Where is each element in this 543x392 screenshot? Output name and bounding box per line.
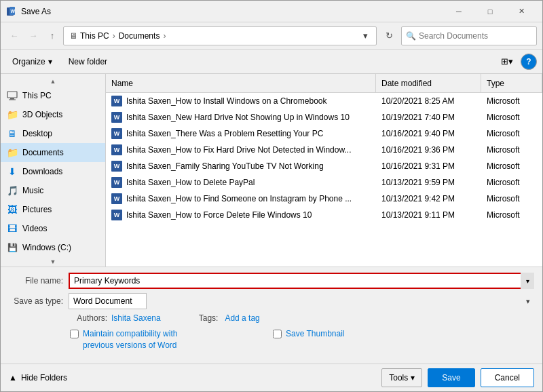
toolbar: Organize ▾ New folder ⊞ ▾ ? — [1, 50, 542, 74]
main-content: ▲ This PC 📁 3D Objects — [1, 74, 542, 267]
table-row[interactable]: W Ishita Saxen_Family Sharing YouTube TV… — [106, 158, 542, 174]
column-header-name[interactable]: Name — [106, 74, 376, 92]
file-cell-name-5: W Ishita Saxen_How to Delete PayPal — [106, 174, 376, 190]
meta-row: Authors: Ishita Saxena Tags: Add a tag — [9, 313, 534, 323]
filename-input[interactable] — [69, 273, 534, 289]
sidebar-item-documents[interactable]: 📁 Documents — [1, 143, 105, 162]
table-row[interactable]: W Ishita Saxen_How to Force Delete File … — [106, 207, 542, 223]
close-button[interactable]: ✕ — [506, 1, 537, 22]
save-thumbnail-checkbox[interactable] — [273, 330, 282, 338]
sidebar-item-videos[interactable]: 🎞 Videos — [1, 219, 105, 238]
file-cell-date-3: 10/16/2021 9:36 PM — [376, 142, 481, 157]
svg-rect-4 — [10, 98, 14, 100]
organize-button[interactable]: Organize ▾ — [6, 53, 58, 71]
sidebar: ▲ This PC 📁 3D Objects — [1, 74, 106, 267]
table-row[interactable]: W Ishita Saxen_How to Find Someone on In… — [106, 191, 542, 207]
sidebar-label-windows-c: Windows (C:) — [22, 243, 71, 252]
sidebar-scroll-up[interactable]: ▲ — [1, 77, 105, 86]
tools-button[interactable]: Tools ▾ — [381, 368, 422, 387]
file-cell-name-6: W Ishita Saxen_How to Find Someone on In… — [106, 191, 376, 206]
forward-button[interactable]: → — [25, 28, 41, 44]
table-row[interactable]: W Ishita Saxen_How to Install Windows on… — [106, 93, 542, 109]
sidebar-item-3d-objects[interactable]: 📁 3D Objects — [1, 105, 105, 124]
file-cell-name-0: W Ishita Saxen_How to Install Windows on… — [106, 93, 376, 109]
filename-input-wrapper: ▾ — [69, 273, 534, 289]
savetype-row: Save as type: Word Document — [9, 293, 534, 309]
sidebar-label-documents: Documents — [22, 148, 64, 157]
up-button[interactable]: ↑ — [44, 28, 60, 44]
file-cell-name-2: W Ishita Saxen_There Was a Problem Reset… — [106, 125, 376, 141]
file-cell-date-5: 10/13/2021 9:59 PM — [376, 174, 481, 190]
authors-value[interactable]: Ishita Saxena — [111, 313, 161, 323]
sidebar-scroll-down[interactable]: ▼ — [1, 257, 105, 267]
savetype-select-wrapper: Word Document — [69, 293, 534, 309]
sidebar-item-desktop[interactable]: 🖥 Desktop — [1, 124, 105, 143]
save-button[interactable]: Save — [428, 368, 474, 387]
desktop-icon: 🖥 — [6, 128, 18, 140]
table-row[interactable]: W Ishita Saxen_How to Fix Hard Drive Not… — [106, 142, 542, 158]
sidebar-item-music[interactable]: 🎵 Music — [1, 181, 105, 200]
search-input[interactable] — [419, 31, 532, 41]
new-folder-label: New folder — [69, 57, 107, 66]
sidebar-label-3d-objects: 3D Objects — [22, 110, 62, 119]
cancel-button[interactable]: Cancel — [481, 368, 534, 387]
sidebar-item-pictures[interactable]: 🖼 Pictures — [1, 200, 105, 219]
file-list-body: W Ishita Saxen_How to Install Windows on… — [106, 93, 542, 267]
column-header-type[interactable]: Type — [481, 74, 542, 92]
filename-row: File name: ▾ — [9, 273, 534, 289]
authors-group: Authors: Ishita Saxena — [70, 313, 161, 323]
view-button[interactable]: ⊞ ▾ — [498, 53, 517, 71]
view-icon: ⊞ — [501, 56, 508, 66]
sidebar-item-windows-c[interactable]: 💾 Windows (C:) — [1, 238, 105, 257]
table-row[interactable]: W Ishita Saxen_How to Delete PayPal 10/1… — [106, 174, 542, 191]
help-button[interactable]: ? — [521, 54, 537, 70]
address-dropdown-button[interactable]: ▾ — [360, 26, 371, 45]
back-button[interactable]: ← — [6, 28, 22, 44]
file-cell-date-7: 10/13/2021 9:11 PM — [376, 207, 481, 222]
file-cell-type-6: Microsoft — [481, 191, 542, 206]
sidebar-label-downloads: Downloads — [22, 167, 62, 176]
maintain-compat-checkbox[interactable] — [70, 330, 79, 338]
address-bar[interactable]: 🖥 Name This PC › Documents › ▾ — [63, 26, 377, 45]
hide-folders-button[interactable]: ▲ Hide Folders — [9, 373, 67, 383]
table-row[interactable]: W Ishita Saxen_There Was a Problem Reset… — [106, 125, 542, 142]
authors-label: Authors: — [70, 313, 107, 323]
word-doc-icon: W — [111, 144, 122, 155]
word-doc-icon: W — [111, 161, 122, 172]
search-box[interactable]: 🔍 — [401, 26, 537, 45]
tags-value[interactable]: Add a tag — [225, 313, 259, 323]
tools-label: Tools — [389, 373, 408, 383]
savetype-select[interactable]: Word Document — [69, 293, 147, 309]
sidebar-item-this-pc[interactable]: This PC — [1, 86, 105, 105]
savetype-label: Save as type: — [9, 296, 63, 306]
save-thumbnail-label[interactable]: Save Thumbnail — [286, 328, 345, 340]
windows-c-icon: 💾 — [6, 241, 18, 254]
word-doc-icon: W — [111, 210, 122, 220]
file-cell-name-3: W Ishita Saxen_How to Fix Hard Drive Not… — [106, 142, 376, 157]
save-as-dialog: W Save As ─ □ ✕ ← → ↑ 🖥 Name This PC › D… — [0, 0, 543, 392]
pictures-icon: 🖼 — [6, 203, 18, 216]
music-icon: 🎵 — [6, 184, 18, 197]
form-area: File name: ▾ Save as type: Word Document… — [1, 267, 542, 364]
file-list-header: Name Date modified Type — [106, 74, 542, 93]
dialog-icon: W — [6, 6, 17, 17]
path-chevron-1: › — [113, 31, 115, 41]
maximize-button[interactable]: □ — [474, 1, 506, 22]
new-folder-button[interactable]: New folder — [62, 53, 113, 71]
refresh-button[interactable]: ↻ — [379, 26, 398, 45]
maintain-compat-label[interactable]: Maintain compatibility with previous ver… — [83, 328, 191, 351]
minimize-button[interactable]: ─ — [443, 1, 474, 22]
organize-label: Organize — [12, 57, 45, 66]
word-doc-icon: W — [111, 96, 122, 106]
sidebar-item-downloads[interactable]: ⬇ Downloads — [1, 162, 105, 181]
word-doc-icon: W — [111, 112, 122, 123]
word-doc-icon: W — [111, 128, 122, 139]
file-cell-date-0: 10/20/2021 8:25 AM — [376, 93, 481, 109]
filename-dropdown-button[interactable]: ▾ — [521, 273, 534, 289]
column-header-date[interactable]: Date modified — [376, 74, 481, 92]
checkbox-row: Maintain compatibility with previous ver… — [9, 328, 534, 351]
checkbox-group-thumbnail: Save Thumbnail — [273, 328, 345, 340]
address-path: 🖥 Name This PC › Documents › — [69, 31, 360, 41]
table-row[interactable]: W Ishita Saxen_New Hard Drive Not Showin… — [106, 109, 542, 125]
bottom-right: Tools ▾ Save Cancel — [381, 368, 534, 387]
